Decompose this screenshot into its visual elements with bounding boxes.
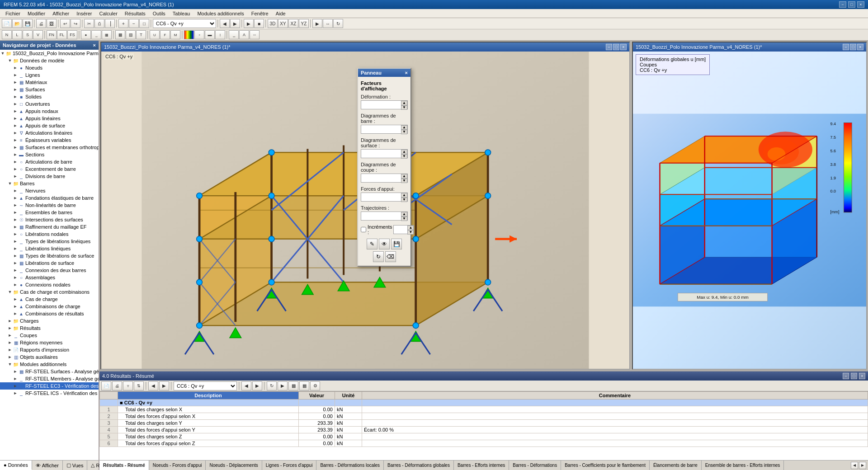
res-step-prev[interactable]: ◀ [241,381,251,390]
res-table-btn[interactable]: ▦ [299,381,309,390]
cci-expand[interactable]: ► [13,297,18,301]
combi-r-expand[interactable]: ► [13,311,18,316]
menu-calculer[interactable]: Calculer [95,10,121,17]
increments-down[interactable]: ▼ [407,230,414,235]
view3d-btn[interactable]: 3D [268,19,278,28]
scale-btn[interactable]: ↕ [215,30,225,39]
solid-btn[interactable]: V [33,30,43,39]
res-settings-btn[interactable]: ⚙ [310,381,320,390]
artic-lin-expand[interactable]: ► [13,131,18,135]
nav-tab-vues[interactable]: ▢ Vues [63,461,88,470]
combi-c-expand[interactable]: ► [13,304,18,309]
tree-combinaisons-charge[interactable]: ► ▲ Combinaisons de charge [0,303,99,310]
tree-surfaces[interactable]: ► ▩ Surfaces [0,86,99,93]
results-restore[interactable]: □ [851,373,857,379]
increments-checkbox[interactable] [361,227,366,232]
disp-surf-btn[interactable]: ▦ [102,30,112,39]
artic-barre-expand[interactable]: ► [13,160,18,164]
tree-types-lib-surf[interactable]: ► ▦ Types de libérations de surface [0,252,99,259]
tree-noeuds[interactable]: ► ● Noeuds [0,64,99,71]
isosurf-btn[interactable]: ▫ [194,30,204,39]
tree-solides[interactable]: ► ■ Solides [0,93,99,100]
results-tab-elancements[interactable]: Élancements de barre [650,461,702,470]
tree-epaisseurs[interactable]: ► ≡ Épaisseurs variables [0,136,99,144]
tree-artic-barre[interactable]: ► ○ Articulations de barre [0,158,99,165]
cn-expand[interactable]: ► [13,282,18,287]
render-btn[interactable]: ▩ [115,30,125,39]
zoom-in-btn[interactable]: + [118,19,128,28]
appuis-lin-expand[interactable]: ► [13,116,18,121]
nervures-expand[interactable]: ► [13,188,18,193]
diag-surface-input[interactable] [361,150,401,158]
tree-sections[interactable]: ► ▬ Sections [0,151,99,158]
raff-expand[interactable]: ► [13,225,18,229]
deformation-input[interactable] [361,101,401,109]
barres-expand[interactable]: ▼ [7,181,13,186]
annot-btn[interactable]: A [239,30,249,39]
zoom-out-btn[interactable]: − [129,19,139,28]
menu-tableau[interactable]: Tableau [169,10,194,17]
tree-donnees-modele[interactable]: ▼ 📁 Données de modèle [0,57,99,64]
surf-memb-expand[interactable]: ► [13,145,18,150]
diag-coupe-spinner[interactable]: ▲ ▼ [361,174,408,183]
load-line-btn[interactable]: FL [57,30,67,39]
tls-expand[interactable]: ► [13,254,18,258]
node-btn[interactable]: N [2,30,12,39]
nav-tab-donnees[interactable]: ● Données [0,461,32,470]
ll-expand[interactable]: ► [13,246,18,251]
panel-dialog-close-btn[interactable]: × [405,70,408,75]
tabs-prev-btn[interactable]: ◀ [851,462,858,469]
load-combo[interactable]: CC6 - Qv +y [153,19,216,28]
tree-ensembles[interactable]: ► ⎯ Ensembles de barres [0,209,99,216]
left-win-close[interactable]: × [620,44,627,50]
close-btn[interactable]: × [857,1,864,8]
right-win-restore[interactable]: □ [850,44,856,50]
tree-appuis-lineaires[interactable]: ► ▲ Appuis linéaires [0,115,99,122]
panel-reset-btn[interactable]: ↻ [373,251,384,262]
tree-raffinement[interactable]: ► ▦ Raffinement du maillage EF [0,223,99,230]
excen-expand[interactable]: ► [13,167,18,171]
rfe-expand[interactable]: ► [13,384,18,388]
diag-coupe-down[interactable]: ▼ [401,179,407,183]
surfaces-expand[interactable]: ► [13,87,18,92]
tree-rfsteel-ec3[interactable]: ► ⎯ RF-STEEL EC3 - Vérification des ba..… [0,382,99,390]
diag-surface-up[interactable]: ▲ [401,150,407,154]
diag-coupe-up[interactable]: ▲ [401,174,407,179]
result-disp-btn[interactable]: U [150,30,160,39]
menu-aide[interactable]: Aide [272,10,289,17]
tree-modules-add[interactable]: ▼ 📁 Modules additionnels [0,361,99,368]
diag-barre-up[interactable]: ▲ [401,125,407,130]
viewxz-btn[interactable]: XZ [288,19,298,28]
tree-lib-lineiques[interactable]: ► ⎯ Libérations linéiques [0,245,99,252]
diag-barre-down[interactable]: ▼ [401,130,407,134]
menu-fenetre[interactable]: Fenêtre [248,10,272,17]
load-surf-btn[interactable]: FS [67,30,77,39]
fond-expand[interactable]: ► [13,196,18,200]
rfi-expand[interactable]: ► [13,391,18,395]
forces-appui-input[interactable] [361,193,401,201]
res-filter-btn[interactable]: ▿ [123,381,133,390]
tree-barres[interactable]: ▼ 📁 Barres [0,180,99,187]
menu-afficher[interactable]: Afficher [49,10,73,17]
stop-btn[interactable]: ■ [254,19,264,28]
cut-btn[interactable]: ✂ [84,19,94,28]
results-tab-barres-deform[interactable]: Barres - Déformations [509,461,561,470]
tree-divisions-barre[interactable]: ► ⎯ Divisions de barre [0,173,99,180]
viewyz-btn[interactable]: YZ [299,19,309,28]
load-node-btn[interactable]: FN [47,30,57,39]
diag-barre-spinner[interactable]: ▲ ▼ [361,125,408,134]
results-combo[interactable]: CC6 : Qv +y [174,381,237,390]
print-btn[interactable]: 🖨 [36,19,46,28]
results-tab-barres-efforts[interactable]: Barres - Efforts internes [454,461,509,470]
results-tab-ensemble-barres[interactable]: Ensemble de barres - Efforts internes [702,461,784,470]
solides-expand[interactable]: ► [13,94,18,99]
tree-combinaisons-resultats[interactable]: ► ▲ Combinaisons de résultats [0,310,99,317]
tree-cas-charge[interactable]: ▼ 📁 Cas de charge et combinaisons [0,288,99,296]
oa-expand[interactable]: ► [7,355,13,359]
next-btn[interactable]: ▶ [230,19,240,28]
coupes-expand[interactable]: ► [7,333,13,338]
tree-rfsteel-members[interactable]: ► ⎯ RF-STEEL Members - Analyse géné... [0,375,99,382]
tree-container[interactable]: ▼ 📁 15032_Buozzi_Polo Innovazione Parma … [0,50,99,460]
paste-btn[interactable]: ⎟ [105,19,115,28]
open-btn[interactable]: 📂 [12,19,22,28]
